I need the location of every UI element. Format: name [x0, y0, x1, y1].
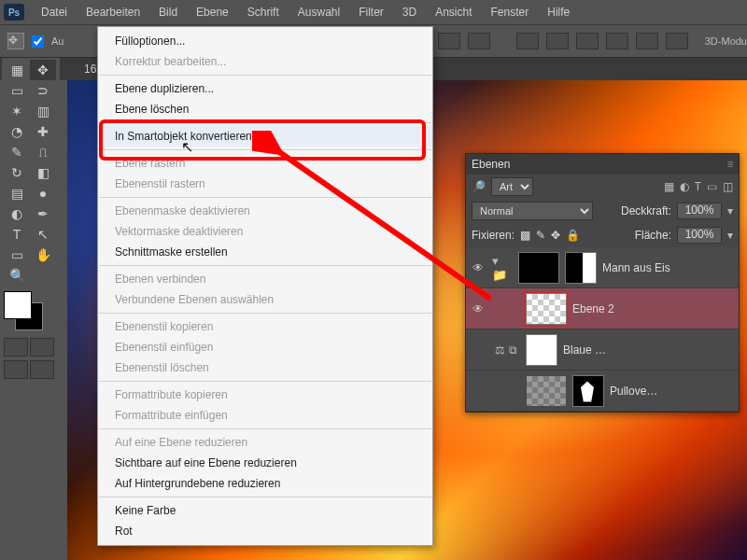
- tool-hand[interactable]: ✋: [30, 245, 56, 265]
- menu-item[interactable]: In Smartobjekt konvertieren: [98, 126, 432, 147]
- tool-brush[interactable]: ✎: [4, 142, 30, 162]
- layer-mask-thumb[interactable]: [565, 252, 597, 284]
- tool-path[interactable]: ↖: [30, 224, 56, 245]
- layer-row[interactable]: 👁 ▾ 📁 Mann aus Eis: [466, 247, 739, 288]
- distribute-icon[interactable]: [516, 33, 539, 49]
- menu-item[interactable]: Auf Hintergrundebene reduzieren: [98, 473, 432, 494]
- menu-item[interactable]: Fülloptionen...: [98, 31, 432, 51]
- tool-history[interactable]: ↻: [4, 162, 30, 183]
- layer-name[interactable]: Blaue …: [563, 343, 606, 357]
- opacity-value[interactable]: 100%: [677, 203, 722, 219]
- layer-mask-thumb[interactable]: [526, 334, 557, 366]
- search-icon[interactable]: 🔎: [472, 180, 486, 193]
- menu-hilfe[interactable]: Hilfe: [538, 6, 579, 19]
- menu-ansicht[interactable]: Ansicht: [426, 6, 481, 19]
- filter-adjust-icon[interactable]: ◐: [680, 180, 689, 193]
- visibility-icon[interactable]: 👁: [470, 302, 486, 315]
- menu-filter[interactable]: Filter: [349, 6, 393, 19]
- visibility-icon[interactable]: 👁: [470, 261, 486, 274]
- move-tool-preset-icon[interactable]: ✥: [7, 33, 24, 49]
- menu-item[interactable]: Ebene duplizieren...: [98, 78, 432, 99]
- lock-pixel-icon[interactable]: ✎: [536, 229, 545, 242]
- layer-name[interactable]: Ebene 2: [572, 302, 614, 315]
- menu-item: Formattribute einfügen: [98, 405, 432, 426]
- auto-select-checkbox[interactable]: [32, 35, 44, 48]
- layer-thumb[interactable]: [518, 252, 559, 284]
- tool-eraser[interactable]: ◧: [30, 162, 56, 183]
- layer-row[interactable]: Pullove…: [466, 371, 739, 412]
- tool-type[interactable]: T: [4, 224, 30, 245]
- opacity-arrow-icon[interactable]: ▾: [727, 204, 733, 217]
- tool-zoom[interactable]: 🔍: [4, 265, 30, 286]
- distribute-icon[interactable]: [576, 33, 599, 49]
- tool-stamp[interactable]: ⎍: [30, 142, 56, 162]
- menu-item[interactable]: Rot: [98, 521, 432, 541]
- menu-item[interactable]: Keine Farbe: [98, 500, 432, 521]
- menu-item[interactable]: Schnittmaske erstellen: [98, 242, 432, 262]
- distribute-icon[interactable]: [546, 33, 569, 49]
- menu-auswahl[interactable]: Auswahl: [289, 6, 349, 19]
- menu-item: Vektormaske deaktivieren: [98, 221, 432, 242]
- fill-arrow-icon[interactable]: ▾: [727, 229, 733, 242]
- tool-marquee[interactable]: ▭: [4, 80, 30, 101]
- distribute-icon[interactable]: [606, 33, 628, 49]
- group-toggle-icon[interactable]: ▾ 📁: [492, 254, 513, 282]
- menu-item: Ebenenstil rastern: [98, 174, 432, 194]
- menu-item[interactable]: Sichtbare auf eine Ebene reduzieren: [98, 453, 432, 473]
- menu-schrift[interactable]: Schrift: [238, 6, 289, 19]
- tool-dodge[interactable]: ◐: [4, 203, 30, 224]
- menu-ebene[interactable]: Ebene: [187, 6, 238, 19]
- align-icon[interactable]: [468, 33, 490, 49]
- tool-wand[interactable]: ✶: [4, 101, 30, 121]
- layer-name[interactable]: Pullove…: [610, 385, 657, 398]
- menu-datei[interactable]: Datei: [32, 6, 77, 19]
- tool-lasso[interactable]: ⊃: [30, 80, 56, 101]
- tool-spare[interactable]: [30, 265, 56, 286]
- layer-thumb[interactable]: [526, 375, 567, 407]
- filter-type-icon[interactable]: T: [695, 180, 701, 193]
- distribute-icon[interactable]: [636, 33, 658, 49]
- filter-smart-icon[interactable]: ◫: [723, 180, 733, 193]
- blend-mode-select[interactable]: Normal: [472, 202, 593, 220]
- screenmode-icon[interactable]: [30, 338, 54, 357]
- tool-heal[interactable]: ✚: [30, 121, 56, 142]
- distribute-icon[interactable]: [666, 33, 688, 49]
- tool-eyedropper[interactable]: ◔: [4, 121, 30, 142]
- align-icon[interactable]: [438, 33, 460, 49]
- layer-mask-thumb[interactable]: [572, 375, 604, 407]
- menu-fenster[interactable]: Fenster: [482, 6, 539, 19]
- layers-tab[interactable]: Ebenen: [472, 158, 510, 171]
- extra-icon[interactable]: [30, 360, 54, 379]
- filter-pixel-icon[interactable]: ▦: [664, 180, 674, 193]
- layer-name[interactable]: Mann aus Eis: [602, 261, 670, 274]
- extra-icon[interactable]: [4, 360, 28, 379]
- menu-item[interactable]: Ebene löschen: [98, 99, 432, 119]
- color-swatches[interactable]: [4, 291, 56, 334]
- tool-blur[interactable]: ●: [30, 183, 56, 203]
- menu-3d[interactable]: 3D: [393, 6, 426, 19]
- tool-pen[interactable]: ✒: [30, 203, 56, 224]
- layer-filter-kind[interactable]: Art: [491, 177, 533, 196]
- tool-gradient[interactable]: ▤: [4, 183, 30, 203]
- layer-row[interactable]: ⚖ ⧉ Blaue …: [466, 329, 739, 371]
- lock-all-icon[interactable]: 🔒: [566, 229, 580, 242]
- fill-value[interactable]: 100%: [677, 227, 722, 244]
- tool-shape[interactable]: ▭: [4, 245, 30, 265]
- layer-thumb[interactable]: [526, 293, 567, 325]
- fill-label: Fläche:: [635, 229, 671, 242]
- quickmask-icon[interactable]: [4, 338, 28, 357]
- link-icon[interactable]: ⚖ ⧉: [492, 343, 520, 357]
- layer-list: 👁 ▾ 📁 Mann aus Eis 👁 Ebene 2 ⚖ ⧉ Blaue …: [466, 247, 739, 412]
- menu-bearbeiten[interactable]: Bearbeiten: [77, 6, 149, 19]
- tool-move[interactable]: ✥: [30, 60, 56, 80]
- foreground-color[interactable]: [4, 291, 32, 319]
- menu-bild[interactable]: Bild: [149, 6, 187, 19]
- filter-shape-icon[interactable]: ▭: [707, 180, 717, 193]
- menu-item: Ebenenmaske deaktivieren: [98, 201, 432, 221]
- layer-row-selected[interactable]: 👁 Ebene 2: [466, 288, 739, 329]
- tool-item[interactable]: ▦: [4, 60, 30, 80]
- panel-menu-icon[interactable]: ≡: [722, 158, 739, 171]
- tool-crop[interactable]: ▥: [30, 101, 56, 121]
- lock-pos-icon[interactable]: ✥: [551, 229, 560, 242]
- lock-trans-icon[interactable]: ▩: [520, 229, 530, 242]
